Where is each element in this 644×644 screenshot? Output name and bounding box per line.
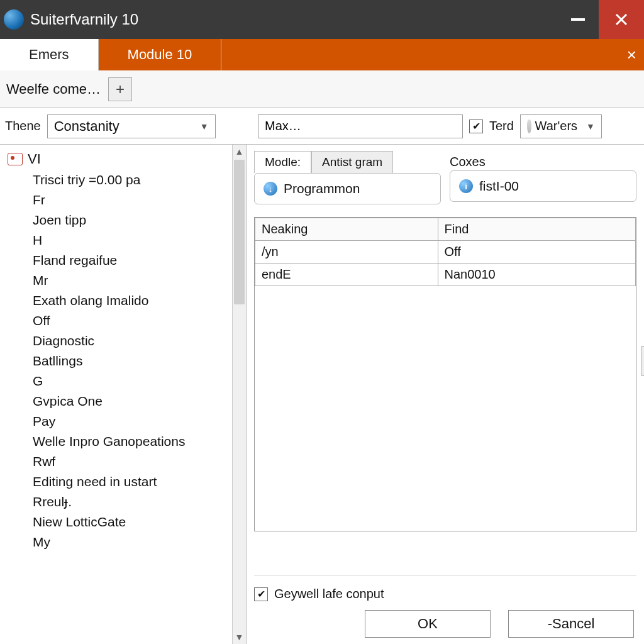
scroll-thumb[interactable] xyxy=(234,160,245,304)
dialog-buttons: OK -Sancel xyxy=(254,610,636,638)
tree-item[interactable]: G xyxy=(8,371,242,391)
tab-artist-gram[interactable]: Antist gram xyxy=(311,151,393,173)
scroll-up-icon[interactable]: ▲ xyxy=(233,145,246,158)
coxes-label: Coxes xyxy=(450,151,636,170)
coxes-body[interactable]: fistI-00 xyxy=(450,170,636,202)
grid-cell[interactable]: Off xyxy=(438,241,636,264)
bottom-controls: Geywell lafe conput OK -Sancel xyxy=(254,575,636,638)
warers-value: War'ers xyxy=(535,119,578,133)
tabstrip-close-icon[interactable]: × xyxy=(627,39,636,70)
coxes-column: Coxes fistI-00 xyxy=(450,151,636,204)
tree-item[interactable]: Welle Inpro Ganopeations xyxy=(8,431,242,452)
property-grid: Neaking Find /yn Off endE Nan0010 xyxy=(254,217,636,531)
tree-item[interactable]: Pay xyxy=(8,411,242,431)
main-split: VI Trisci triy =0.00 pa Fr Joen tipp H F… xyxy=(0,145,644,644)
tree-item[interactable]: My xyxy=(8,532,242,552)
terd-checkbox[interactable] xyxy=(469,119,483,133)
main-tabstrip: Emers Module 10 × xyxy=(0,39,644,70)
info-icon xyxy=(459,179,473,193)
tree: VI Trisci triy =0.00 pa Fr Joen tipp H F… xyxy=(0,145,246,644)
tree-item[interactable]: Mr xyxy=(8,270,242,291)
tree-item[interactable]: Fr xyxy=(8,190,242,210)
close-icon xyxy=(614,12,629,27)
tree-scrollbar[interactable]: ▲ ▼ xyxy=(232,145,246,644)
tree-item[interactable]: Rreulɟ. xyxy=(8,492,242,512)
theme-combo[interactable]: Constanity ▼ xyxy=(47,114,216,138)
coxes-value: fistI-00 xyxy=(479,179,519,194)
tree-item[interactable]: Editing need in ustart xyxy=(8,472,242,492)
tree-item[interactable]: Gvpica One xyxy=(8,391,242,411)
ok-button[interactable]: OK xyxy=(365,610,491,638)
left-panel: VI Trisci triy =0.00 pa Fr Joen tipp H F… xyxy=(0,145,247,644)
cancel-button[interactable]: -Sancel xyxy=(508,610,634,638)
grid-header[interactable]: Find xyxy=(438,218,636,241)
chevron-down-icon: ▼ xyxy=(586,121,595,131)
theme-value: Constanity xyxy=(54,118,119,135)
close-button[interactable] xyxy=(599,0,644,39)
tree-item[interactable]: Off xyxy=(8,311,242,331)
titlebar-left: Suiterfvarnily 10 xyxy=(4,9,138,30)
subtab-weelfe[interactable]: Weelfe come… xyxy=(5,79,102,100)
scroll-down-icon[interactable]: ▼ xyxy=(233,630,246,644)
theme-label: Thene xyxy=(5,119,41,133)
grid-header-row: Neaking Find xyxy=(255,218,636,241)
modle-column: Modle: Antist gram Programmon xyxy=(254,151,441,204)
download-icon xyxy=(264,182,277,196)
modle-body[interactable]: Programmon xyxy=(254,173,441,204)
info-row: Modle: Antist gram Programmon Coxes fist… xyxy=(254,151,636,204)
splitter-handle[interactable]: ⋮ xyxy=(641,346,644,376)
add-tab-button[interactable]: + xyxy=(108,77,132,101)
chevron-down-icon: ▼ xyxy=(200,121,209,131)
modle-value: Programmon xyxy=(284,181,360,196)
camera-icon xyxy=(8,153,23,165)
table-row[interactable]: /yn Off xyxy=(255,241,636,264)
tab-module-10[interactable]: Module 10 xyxy=(99,39,222,70)
tree-item[interactable]: H xyxy=(8,230,242,250)
subtab-row: Weelfe come… + xyxy=(0,70,644,108)
tree-item[interactable]: Batllings xyxy=(8,351,242,371)
tree-item[interactable]: Niew LotticGate xyxy=(8,512,242,532)
tree-item[interactable]: Exath olang Imalido xyxy=(8,291,242,311)
tree-item[interactable]: Fland regaifue xyxy=(8,250,242,270)
tree-item[interactable]: Rwf xyxy=(8,452,242,472)
right-panel: Modle: Antist gram Programmon Coxes fist… xyxy=(247,145,644,644)
tree-item[interactable]: Diagnostic xyxy=(8,331,242,351)
titlebar: Suiterfvarnily 10 xyxy=(0,0,644,39)
window-title: Suiterfvarnily 10 xyxy=(30,11,138,28)
grid-header[interactable]: Neaking xyxy=(255,218,438,241)
output-label: Geywell lafe conput xyxy=(274,587,384,601)
output-checkbox[interactable] xyxy=(254,587,268,601)
tab-emers[interactable]: Emers xyxy=(0,39,99,70)
tree-item[interactable]: Trisci triy =0.00 pa xyxy=(8,170,242,190)
output-row: Geywell lafe conput xyxy=(254,583,636,610)
warers-combo[interactable]: War'ers ▼ xyxy=(520,114,602,138)
table-row[interactable]: endE Nan0010 xyxy=(255,264,636,286)
tree-root[interactable]: VI xyxy=(8,148,242,170)
tree-item[interactable]: Joen tipp xyxy=(8,210,242,230)
tab-modle[interactable]: Modle: xyxy=(254,151,311,173)
grid-cell[interactable]: /yn xyxy=(255,241,438,264)
window-controls xyxy=(557,0,644,39)
grid-cell[interactable]: Nan0010 xyxy=(438,264,636,286)
terd-label: Terd xyxy=(489,119,514,133)
minimize-button[interactable] xyxy=(557,0,599,39)
grid-cell[interactable]: endE xyxy=(255,264,438,286)
max-input[interactable] xyxy=(258,114,463,138)
toolbar: Thene Constanity ▼ Terd War'ers ▼ xyxy=(0,108,644,145)
tag-icon xyxy=(527,119,531,133)
app-icon xyxy=(4,9,24,30)
tree-root-label: VI xyxy=(28,151,41,167)
